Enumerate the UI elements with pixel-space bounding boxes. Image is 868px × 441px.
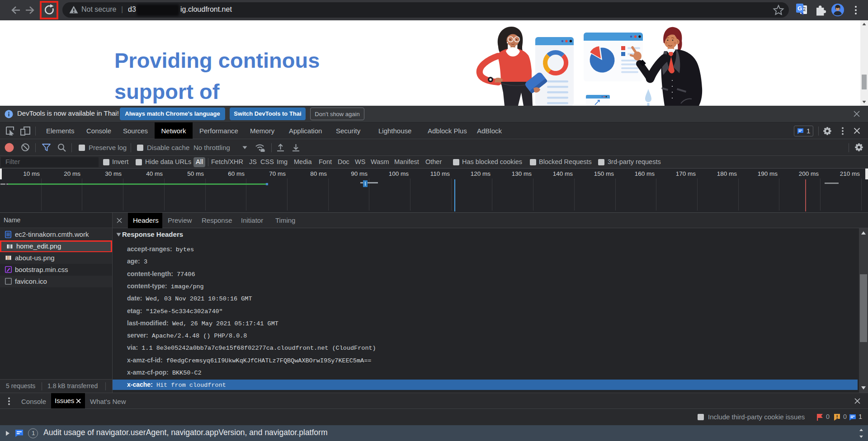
- svg-text:G: G: [797, 5, 802, 12]
